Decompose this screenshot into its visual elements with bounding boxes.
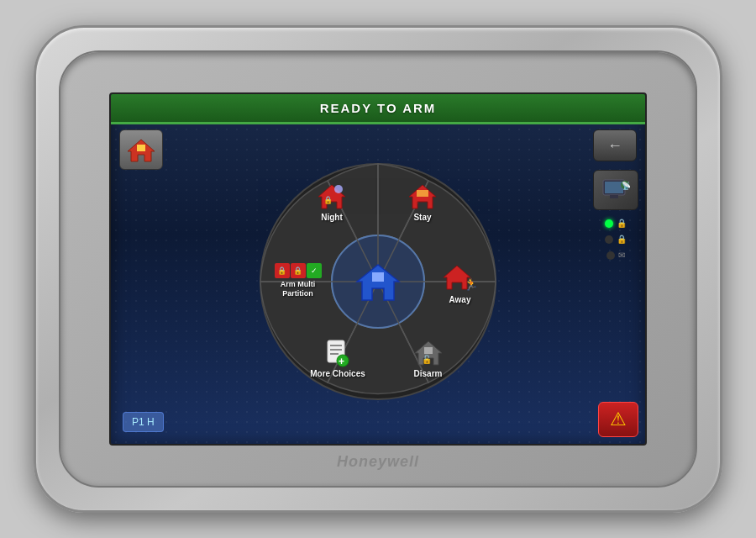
center-house-svg xyxy=(355,261,401,303)
night-button[interactable]: 🔒 Night xyxy=(302,182,361,223)
brand-text: Honeywell xyxy=(337,453,419,471)
disarm-button[interactable]: 🔓 Disarm xyxy=(396,339,459,379)
svg-text:+: + xyxy=(339,356,344,367)
svg-rect-1 xyxy=(137,145,145,151)
led-container: 🔒 🔒 ✉ xyxy=(593,219,638,260)
svg-rect-13 xyxy=(372,272,384,282)
svg-rect-31 xyxy=(605,182,623,193)
more-choices-button[interactable]: + More Choices xyxy=(304,339,371,379)
arm-multi-label: Arm MultiPartition xyxy=(281,280,316,298)
svg-text:🔓: 🔓 xyxy=(422,354,433,365)
stay-label: Stay xyxy=(413,213,431,223)
partition-label: P1 H xyxy=(123,412,164,432)
led-off-2 xyxy=(606,251,615,260)
partition-icon-1: 🔒 xyxy=(275,263,290,278)
svg-text:🏃: 🏃 xyxy=(464,277,479,292)
led-row-1: 🔒 xyxy=(605,219,627,228)
away-label: Away xyxy=(449,295,471,305)
lock-icon-1: 🔒 xyxy=(617,219,627,228)
back-button[interactable]: ← xyxy=(593,129,637,161)
svg-rect-28 xyxy=(424,347,433,354)
svg-rect-32 xyxy=(610,195,618,198)
led-off-1 xyxy=(605,235,613,244)
partition-icon-2: 🔒 xyxy=(291,263,306,278)
screen-content: READY TO ARM ← xyxy=(111,94,645,444)
side-widget-area: 📡 🔒 🔒 xyxy=(593,170,638,260)
night-label: Night xyxy=(321,213,343,223)
svg-text:🔒: 🔒 xyxy=(323,195,333,205)
partition-icon-3: ✓ xyxy=(307,263,322,278)
partition-label-text: P1 H xyxy=(132,416,155,428)
lock-icon-2: 🔒 xyxy=(617,235,627,244)
led-row-3: ✉ xyxy=(606,251,625,260)
more-choices-label: More Choices xyxy=(310,369,365,379)
led-row-2: 🔒 xyxy=(605,235,627,244)
svg-rect-22 xyxy=(330,345,342,346)
svg-rect-23 xyxy=(330,349,342,351)
screen: READY TO ARM ← xyxy=(109,92,647,446)
device-inner: READY TO ARM ← xyxy=(59,50,697,488)
night-house-icon: 🔒 xyxy=(317,182,347,211)
svg-rect-24 xyxy=(330,353,339,355)
svg-point-15 xyxy=(334,185,343,193)
side-widget-button[interactable]: 📡 xyxy=(593,170,638,210)
more-choices-icon: + xyxy=(324,339,351,367)
back-arrow-icon: ← xyxy=(607,137,622,155)
alert-icon: ⚠ xyxy=(610,409,627,430)
stay-button[interactable]: Stay xyxy=(393,182,452,223)
device-shell: READY TO ARM ← xyxy=(34,25,722,513)
circle-menu: 🔒 Night Stay xyxy=(252,156,504,408)
stay-house-icon xyxy=(407,182,438,211)
disarm-label: Disarm xyxy=(414,369,443,379)
alert-button[interactable]: ⚠ xyxy=(598,402,638,437)
home-button[interactable] xyxy=(119,129,163,170)
svg-text:📡: 📡 xyxy=(622,181,630,191)
disarm-house-icon: 🔓 xyxy=(413,339,444,367)
home-icon xyxy=(126,136,156,163)
arm-multi-button[interactable]: 🔒 🔒 ✓ Arm MultiPartition xyxy=(262,263,333,298)
away-button[interactable]: 🏃 Away xyxy=(428,263,491,305)
mail-icon: ✉ xyxy=(618,251,625,260)
status-text: READY TO ARM xyxy=(320,101,437,115)
status-bar: READY TO ARM xyxy=(111,94,645,124)
svg-rect-18 xyxy=(417,190,428,197)
svg-marker-12 xyxy=(357,265,399,300)
multi-partition-icons: 🔒 🔒 ✓ xyxy=(275,263,322,278)
led-green xyxy=(605,219,613,228)
monitor-icon: 📡 xyxy=(601,178,630,202)
away-house-icon: 🏃 xyxy=(442,263,479,293)
center-home-icon[interactable] xyxy=(351,255,405,309)
